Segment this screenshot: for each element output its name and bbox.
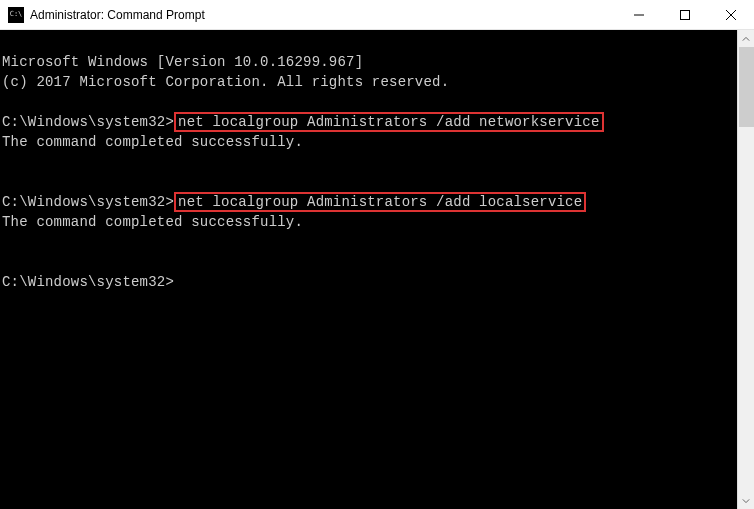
- command-2-highlight: net localgroup Administrators /add local…: [174, 192, 586, 212]
- cmd-icon: [8, 7, 24, 23]
- prompt-line-1: C:\Windows\system32>net localgroup Admin…: [2, 114, 604, 130]
- prompt-prefix: C:\Windows\system32>: [2, 194, 174, 210]
- vertical-scrollbar[interactable]: [737, 30, 754, 509]
- window-title: Administrator: Command Prompt: [30, 8, 616, 22]
- terminal-output[interactable]: Microsoft Windows [Version 10.0.16299.96…: [0, 30, 737, 509]
- command-prompt-window: Administrator: Command Prompt Microsoft …: [0, 0, 754, 509]
- prompt-prefix: C:\Windows\system32>: [2, 114, 174, 130]
- result-line-1: The command completed successfully.: [2, 134, 303, 150]
- blank-line: [2, 94, 11, 110]
- copyright-line: (c) 2017 Microsoft Corporation. All righ…: [2, 74, 449, 90]
- close-button[interactable]: [708, 0, 754, 29]
- svg-rect-1: [681, 10, 690, 19]
- titlebar: Administrator: Command Prompt: [0, 0, 754, 30]
- scroll-up-button[interactable]: [738, 30, 754, 47]
- version-line: Microsoft Windows [Version 10.0.16299.96…: [2, 54, 363, 70]
- blank-line: [2, 174, 11, 190]
- terminal-area: Microsoft Windows [Version 10.0.16299.96…: [0, 30, 754, 509]
- prompt-line-3: C:\Windows\system32>: [2, 274, 174, 290]
- maximize-button[interactable]: [662, 0, 708, 29]
- scroll-down-button[interactable]: [738, 492, 754, 509]
- scroll-thumb[interactable]: [739, 47, 754, 127]
- prompt-line-2: C:\Windows\system32>net localgroup Admin…: [2, 194, 586, 210]
- blank-line: [2, 154, 11, 170]
- blank-line: [2, 234, 11, 250]
- window-controls: [616, 0, 754, 29]
- blank-line: [2, 254, 11, 270]
- minimize-button[interactable]: [616, 0, 662, 29]
- command-1-highlight: net localgroup Administrators /add netwo…: [174, 112, 603, 132]
- result-line-2: The command completed successfully.: [2, 214, 303, 230]
